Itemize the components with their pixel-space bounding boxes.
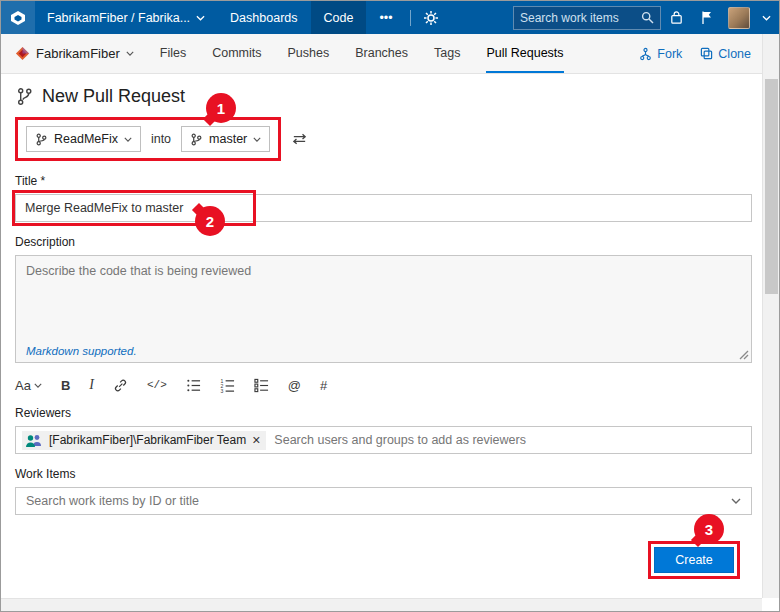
work-items-input[interactable]: Search work items by ID or title: [15, 487, 752, 515]
tab-tags[interactable]: Tags: [434, 34, 460, 73]
chevron-down-icon: [196, 15, 205, 21]
title-field-wrap: 2: [15, 194, 752, 222]
code-button[interactable]: </>: [147, 379, 167, 391]
chevron-down-icon: [253, 137, 261, 142]
horizontal-scrollbar[interactable]: [1, 598, 762, 611]
remove-reviewer-button[interactable]: ×: [252, 433, 260, 447]
top-navigation-bar: FabrikamFiber / Fabrika... Dashboards Co…: [1, 1, 779, 34]
tab-pull-requests[interactable]: Pull Requests: [486, 34, 563, 73]
formatting-toolbar: Aa B I </>: [15, 377, 752, 393]
vertical-scrollbar[interactable]: [762, 34, 779, 598]
work-items-label: Work Items: [15, 467, 752, 481]
swap-branches-icon[interactable]: [291, 133, 308, 145]
highlight-box-create: Create: [648, 541, 740, 579]
source-branch-label: ReadMeFix: [54, 132, 118, 146]
font-style-dropdown[interactable]: Aa: [15, 378, 42, 393]
branch-selection-row: 1 ReadMeFix into: [15, 117, 752, 161]
source-branch-selector[interactable]: ReadMeFix: [26, 126, 141, 152]
create-button[interactable]: Create: [654, 547, 734, 573]
description-editor[interactable]: Describe the code that is being reviewed…: [15, 255, 752, 363]
fork-button[interactable]: Fork: [639, 47, 682, 61]
feedback-flag-icon[interactable]: [692, 1, 722, 34]
clone-label: Clone: [718, 47, 751, 61]
shopping-bag-icon[interactable]: [661, 1, 692, 34]
tab-branches[interactable]: Branches: [355, 34, 408, 73]
project-breadcrumb[interactable]: FabrikamFiber / Fabrika...: [35, 1, 217, 34]
nav-item-more[interactable]: •••: [366, 1, 405, 34]
vsts-logo-icon[interactable]: [1, 1, 35, 34]
title-label: Title *: [15, 174, 752, 188]
font-style-label: Aa: [15, 378, 31, 393]
link-icon[interactable]: [113, 378, 128, 393]
chevron-down-icon: [34, 383, 42, 388]
chevron-down-icon: [126, 51, 134, 56]
logo-glyph-icon: [10, 10, 26, 26]
new-pull-request-page: New Pull Request 1 ReadMeFix into: [1, 74, 762, 579]
search-work-items-input[interactable]: [520, 11, 641, 25]
italic-button[interactable]: I: [89, 377, 94, 393]
reviewers-search-input[interactable]: [274, 433, 745, 447]
work-item-hash-button[interactable]: #: [320, 378, 327, 393]
clone-icon: [700, 47, 713, 60]
page-heading: New Pull Request: [15, 86, 752, 107]
mention-button[interactable]: @: [288, 378, 301, 393]
create-wrap: 3 Create: [648, 541, 740, 579]
into-label: into: [151, 132, 171, 146]
resize-handle-icon[interactable]: [739, 350, 749, 360]
app-window: FabrikamFiber / Fabrika... Dashboards Co…: [0, 0, 780, 612]
target-branch-label: master: [209, 132, 247, 146]
project-name-label: FabrikamFiber: [36, 46, 120, 61]
annotation-step-2: 2: [195, 206, 225, 236]
search-box[interactable]: [513, 6, 661, 30]
chevron-down-icon: [731, 498, 741, 504]
fork-icon: [639, 47, 652, 61]
numbered-list-icon[interactable]: 1 2 3: [220, 378, 235, 393]
chevron-down-icon: [124, 137, 132, 142]
highlight-box-branches: 1 ReadMeFix into: [15, 117, 281, 161]
repo-tabs: Files Commits Pushes Branches Tags Pull …: [160, 34, 564, 73]
title-input[interactable]: [15, 194, 752, 222]
nav-item-code[interactable]: Code: [311, 1, 367, 34]
team-avatar-icon: [25, 433, 43, 448]
bold-button[interactable]: B: [61, 378, 70, 393]
task-list-icon[interactable]: [254, 378, 269, 393]
annotation-step-3: 3: [694, 514, 724, 544]
user-avatar[interactable]: [728, 7, 750, 29]
repository-navigation: FabrikamFiber Files Commits Pushes Branc…: [1, 34, 779, 74]
work-items-placeholder: Search work items by ID or title: [26, 494, 199, 508]
branch-icon: [35, 133, 48, 146]
tab-commits[interactable]: Commits: [212, 34, 261, 73]
reviewer-chip-label: [FabrikamFiber]\FabrikamFiber Team: [49, 433, 246, 447]
svg-text:3: 3: [220, 388, 223, 393]
markdown-supported-link[interactable]: Markdown supported.: [26, 345, 137, 357]
page-title: New Pull Request: [42, 86, 185, 107]
fork-label: Fork: [657, 47, 682, 61]
reviewers-label: Reviewers: [15, 406, 752, 420]
tab-pushes[interactable]: Pushes: [288, 34, 330, 73]
breadcrumb-label: FabrikamFiber / Fabrika...: [47, 11, 190, 25]
description-label: Description: [15, 235, 752, 249]
profile-menu-chevron-icon[interactable]: [754, 1, 779, 34]
nav-item-dashboards[interactable]: Dashboards: [217, 1, 310, 34]
tab-files[interactable]: Files: [160, 34, 186, 73]
target-branch-selector[interactable]: master: [181, 126, 270, 152]
search-icon[interactable]: [641, 11, 654, 24]
annotation-step-1: 1: [206, 93, 236, 123]
project-icon: [15, 46, 30, 61]
clone-button[interactable]: Clone: [700, 47, 751, 61]
reviewer-chip[interactable]: [FabrikamFiber]\FabrikamFiber Team ×: [22, 431, 266, 450]
project-selector[interactable]: FabrikamFiber: [15, 46, 134, 61]
pull-request-icon: [15, 87, 34, 106]
repo-actions: Fork Clone: [639, 47, 751, 61]
bullet-list-icon[interactable]: [186, 378, 201, 393]
create-row: 3 Create: [15, 541, 752, 579]
topbar-divider: [410, 10, 411, 26]
vertical-scrollbar-thumb[interactable]: [765, 79, 778, 294]
reviewers-input[interactable]: [FabrikamFiber]\FabrikamFiber Team ×: [15, 426, 752, 454]
settings-gear-icon[interactable]: [415, 1, 447, 34]
branch-icon: [190, 133, 203, 146]
description-placeholder: Describe the code that is being reviewed: [26, 264, 741, 278]
